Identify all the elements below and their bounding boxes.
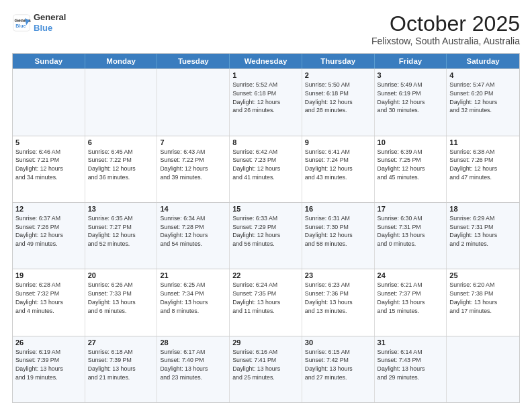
day-info: Sunrise: 5:49 AMSunset: 6:19 PMDaylight:… — [378, 81, 444, 115]
day-info: Sunrise: 6:42 AMSunset: 7:23 PMDaylight:… — [232, 148, 299, 182]
calendar-row-0: 1Sunrise: 5:52 AMSunset: 6:18 PMDaylight… — [13, 68, 519, 135]
weekday-header-sunday: Sunday — [13, 54, 85, 68]
calendar-cell: 2Sunrise: 5:50 AMSunset: 6:18 PMDaylight… — [302, 69, 375, 135]
calendar-cell: 15Sunrise: 6:33 AMSunset: 7:29 PMDayligh… — [230, 203, 302, 269]
calendar-cell — [447, 336, 519, 402]
calendar-cell: 12Sunrise: 6:37 AMSunset: 7:26 PMDayligh… — [13, 203, 85, 269]
calendar-cell: 6Sunrise: 6:45 AMSunset: 7:22 PMDaylight… — [85, 136, 158, 202]
calendar: SundayMondayTuesdayWednesdayThursdayFrid… — [12, 53, 520, 403]
calendar-cell: 8Sunrise: 6:42 AMSunset: 7:23 PMDaylight… — [230, 136, 302, 202]
day-number: 31 — [378, 338, 444, 347]
calendar-cell: 24Sunrise: 6:21 AMSunset: 7:37 PMDayligh… — [375, 269, 447, 335]
calendar-cell: 17Sunrise: 6:30 AMSunset: 7:31 PMDayligh… — [375, 203, 447, 269]
day-number: 1 — [232, 71, 299, 79]
weekday-header-wednesday: Wednesday — [230, 54, 302, 68]
day-number: 12 — [15, 205, 82, 213]
calendar-cell — [85, 69, 158, 135]
day-info: Sunrise: 5:47 AMSunset: 6:20 PMDaylight:… — [449, 81, 517, 115]
day-number: 2 — [305, 71, 371, 79]
calendar-cell — [157, 69, 230, 135]
calendar-cell: 3Sunrise: 5:49 AMSunset: 6:19 PMDaylight… — [375, 69, 447, 135]
day-info: Sunrise: 6:28 AMSunset: 7:32 PMDaylight:… — [15, 281, 82, 315]
day-number: 24 — [378, 271, 444, 279]
day-info: Sunrise: 6:24 AMSunset: 7:35 PMDaylight:… — [232, 281, 299, 315]
day-number: 27 — [88, 338, 154, 347]
weekday-header-monday: Monday — [85, 54, 158, 68]
day-info: Sunrise: 6:16 AMSunset: 7:41 PMDaylight:… — [232, 348, 299, 382]
calendar-row-3: 19Sunrise: 6:28 AMSunset: 7:32 PMDayligh… — [13, 269, 519, 335]
day-number: 8 — [232, 138, 299, 146]
day-info: Sunrise: 6:43 AMSunset: 7:22 PMDaylight:… — [160, 148, 226, 182]
day-number: 19 — [15, 271, 82, 279]
calendar-cell: 4Sunrise: 5:47 AMSunset: 6:20 PMDaylight… — [447, 69, 519, 135]
day-info: Sunrise: 6:35 AMSunset: 7:27 PMDaylight:… — [88, 214, 154, 248]
day-info: Sunrise: 6:37 AMSunset: 7:26 PMDaylight:… — [15, 214, 82, 248]
header: General Blue General Blue October 2025 F… — [12, 12, 520, 46]
calendar-cell: 30Sunrise: 6:15 AMSunset: 7:42 PMDayligh… — [302, 336, 375, 402]
main-title: October 2025 — [371, 12, 520, 36]
weekday-header-tuesday: Tuesday — [157, 54, 230, 68]
day-number: 26 — [15, 338, 82, 347]
day-number: 10 — [378, 138, 444, 146]
calendar-row-2: 12Sunrise: 6:37 AMSunset: 7:26 PMDayligh… — [13, 202, 519, 269]
title-block: October 2025 Felixstow, South Australia,… — [371, 12, 520, 46]
day-number: 11 — [449, 138, 517, 146]
day-info: Sunrise: 6:25 AMSunset: 7:34 PMDaylight:… — [160, 281, 226, 315]
day-info: Sunrise: 6:46 AMSunset: 7:21 PMDaylight:… — [15, 148, 82, 182]
day-number: 6 — [88, 138, 154, 146]
logo-icon: General Blue — [12, 13, 31, 32]
day-info: Sunrise: 6:21 AMSunset: 7:37 PMDaylight:… — [378, 281, 444, 315]
day-number: 14 — [160, 205, 226, 213]
page: General Blue General Blue October 2025 F… — [0, 0, 532, 411]
calendar-row-4: 26Sunrise: 6:19 AMSunset: 7:39 PMDayligh… — [13, 336, 519, 402]
day-number: 7 — [160, 138, 226, 146]
svg-text:Blue: Blue — [15, 24, 26, 28]
weekday-header-saturday: Saturday — [447, 54, 519, 68]
day-info: Sunrise: 6:31 AMSunset: 7:30 PMDaylight:… — [305, 214, 371, 248]
day-number: 5 — [15, 138, 82, 146]
logo: General Blue General Blue — [12, 12, 66, 33]
calendar-cell: 25Sunrise: 6:20 AMSunset: 7:38 PMDayligh… — [447, 269, 519, 335]
calendar-cell: 1Sunrise: 5:52 AMSunset: 6:18 PMDaylight… — [230, 69, 302, 135]
calendar-cell: 18Sunrise: 6:29 AMSunset: 7:31 PMDayligh… — [447, 203, 519, 269]
calendar-cell: 9Sunrise: 6:41 AMSunset: 7:24 PMDaylight… — [302, 136, 375, 202]
calendar-row-1: 5Sunrise: 6:46 AMSunset: 7:21 PMDaylight… — [13, 136, 519, 202]
day-number: 22 — [232, 271, 299, 279]
day-number: 30 — [305, 338, 371, 347]
day-info: Sunrise: 6:14 AMSunset: 7:43 PMDaylight:… — [378, 348, 444, 382]
day-number: 3 — [378, 71, 444, 79]
calendar-cell: 19Sunrise: 6:28 AMSunset: 7:32 PMDayligh… — [13, 269, 85, 335]
calendar-cell — [13, 69, 85, 135]
logo-text: General Blue — [34, 12, 66, 33]
day-number: 9 — [305, 138, 371, 146]
day-info: Sunrise: 5:50 AMSunset: 6:18 PMDaylight:… — [305, 81, 371, 115]
weekday-header-thursday: Thursday — [302, 54, 375, 68]
calendar-cell: 29Sunrise: 6:16 AMSunset: 7:41 PMDayligh… — [230, 336, 302, 402]
day-number: 25 — [449, 271, 517, 279]
calendar-cell: 11Sunrise: 6:38 AMSunset: 7:26 PMDayligh… — [447, 136, 519, 202]
day-info: Sunrise: 6:39 AMSunset: 7:25 PMDaylight:… — [378, 148, 444, 182]
calendar-cell: 31Sunrise: 6:14 AMSunset: 7:43 PMDayligh… — [375, 336, 447, 402]
day-number: 17 — [378, 205, 444, 213]
day-info: Sunrise: 6:20 AMSunset: 7:38 PMDaylight:… — [449, 281, 517, 315]
day-info: Sunrise: 6:18 AMSunset: 7:39 PMDaylight:… — [88, 348, 154, 382]
day-info: Sunrise: 6:29 AMSunset: 7:31 PMDaylight:… — [449, 214, 517, 248]
day-info: Sunrise: 6:17 AMSunset: 7:40 PMDaylight:… — [160, 348, 226, 382]
day-number: 23 — [305, 271, 371, 279]
calendar-cell: 7Sunrise: 6:43 AMSunset: 7:22 PMDaylight… — [157, 136, 230, 202]
calendar-body: 1Sunrise: 5:52 AMSunset: 6:18 PMDaylight… — [13, 68, 519, 402]
day-info: Sunrise: 6:15 AMSunset: 7:42 PMDaylight:… — [305, 348, 371, 382]
day-info: Sunrise: 6:23 AMSunset: 7:36 PMDaylight:… — [305, 281, 371, 315]
day-number: 28 — [160, 338, 226, 347]
calendar-cell: 10Sunrise: 6:39 AMSunset: 7:25 PMDayligh… — [375, 136, 447, 202]
calendar-cell: 26Sunrise: 6:19 AMSunset: 7:39 PMDayligh… — [13, 336, 85, 402]
calendar-cell: 21Sunrise: 6:25 AMSunset: 7:34 PMDayligh… — [157, 269, 230, 335]
day-number: 29 — [232, 338, 299, 347]
calendar-cell: 14Sunrise: 6:34 AMSunset: 7:28 PMDayligh… — [157, 203, 230, 269]
day-number: 16 — [305, 205, 371, 213]
day-info: Sunrise: 6:41 AMSunset: 7:24 PMDaylight:… — [305, 148, 371, 182]
logo-general: General — [34, 12, 66, 23]
day-info: Sunrise: 6:45 AMSunset: 7:22 PMDaylight:… — [88, 148, 154, 182]
day-info: Sunrise: 6:33 AMSunset: 7:29 PMDaylight:… — [232, 214, 299, 248]
calendar-header: SundayMondayTuesdayWednesdayThursdayFrid… — [13, 54, 519, 68]
